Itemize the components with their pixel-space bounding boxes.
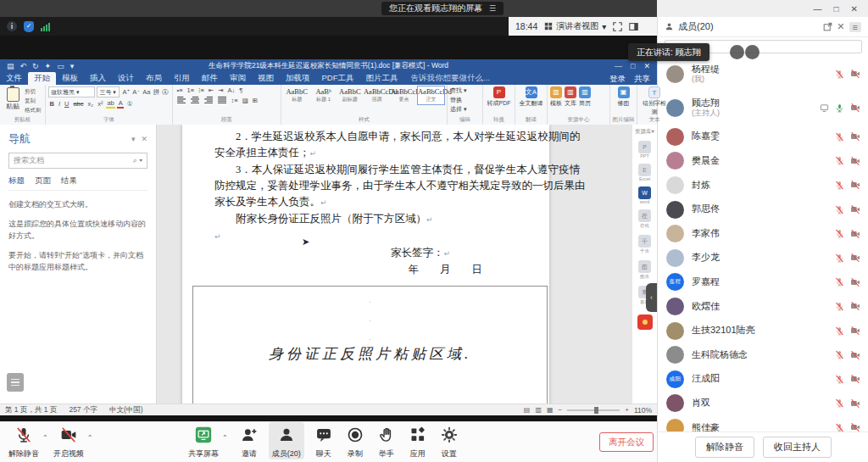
member-status-icons[interactable] <box>835 156 860 166</box>
clipboard-button-剪切[interactable]: 剪切 <box>25 88 42 96</box>
member-row[interactable]: 生技32101陆亮 <box>658 319 868 343</box>
layout-icon[interactable] <box>629 22 638 31</box>
ribbon-tab-邮件[interactable]: 邮件 <box>196 72 224 85</box>
resource-strip-item-Excel[interactable]: EExcel <box>632 164 657 181</box>
fullscreen-icon[interactable] <box>613 22 622 31</box>
member-status-icons[interactable] <box>835 229 860 239</box>
member-row[interactable]: 欧熠佳 <box>658 294 868 319</box>
ribbon-tab-模板[interactable]: 模板 <box>56 72 84 85</box>
style-标题 1[interactable]: AaBᵇ标题 1 <box>310 86 336 104</box>
typo-check-button[interactable]: T 错别字检测 <box>640 86 669 116</box>
resource-button-文库[interactable]: ▥文库 <box>565 86 576 108</box>
language-status[interactable]: 中文(中国) <box>109 405 143 415</box>
member-row[interactable]: 肖双 <box>658 392 868 416</box>
leave-meeting-button[interactable]: 离开会议 <box>599 432 654 452</box>
word-close-button[interactable]: ✕ <box>643 62 650 70</box>
paste-button[interactable]: 粘贴 <box>3 86 23 115</box>
ribbon-tab-加载项[interactable]: 加载项 <box>280 72 316 85</box>
nav-tab-结果[interactable]: 结果 <box>61 175 77 186</box>
font-tool[interactable]: Aa <box>142 88 152 97</box>
font-tool[interactable]: U <box>64 100 70 108</box>
strip-collapse-tab[interactable]: ‹ <box>646 283 657 312</box>
numbering-icon[interactable]: 1≡ <box>186 86 196 94</box>
print-layout-icon[interactable]: ▥ <box>535 406 542 414</box>
shading-icon[interactable]: ▨ <box>241 97 249 104</box>
translate-button[interactable]: 文A 全文翻译 <box>518 86 544 108</box>
word-minimize-button[interactable]: — <box>615 62 622 70</box>
zoom-in-button[interactable]: + <box>625 406 629 414</box>
outdent-icon[interactable]: ⇤ <box>207 86 214 94</box>
line-spacing-icon[interactable]: ↕≡ <box>230 97 239 104</box>
toolbar-item-invite[interactable]: 邀请 <box>237 422 261 459</box>
member-row[interactable]: 成阳汪成阳 <box>658 367 868 392</box>
member-row[interactable]: 熊佳豪 <box>658 415 868 432</box>
member-row[interactable]: 陈嘉雯 <box>658 125 868 149</box>
resource-strip-item-在线[interactable]: 在在线 <box>632 209 657 230</box>
member-status-icons[interactable] <box>835 131 860 142</box>
resource-strip-item-千库[interactable]: 千千库 <box>632 235 657 255</box>
member-row[interactable]: 樊晨金 <box>658 149 868 174</box>
reclaim-host-button[interactable]: 收回主持人 <box>763 437 832 458</box>
editing-button[interactable]: 替换 <box>450 96 480 104</box>
toolbar-item-raise-hand[interactable]: 举手 <box>375 422 398 459</box>
word-maximize-button[interactable]: □ <box>631 62 635 70</box>
close-panel-icon[interactable]: ✕ <box>837 21 844 32</box>
style-强调[interactable]: AaBbCcDd强调 <box>364 86 390 104</box>
style-正文[interactable]: AaBbCcDd正文 <box>418 86 444 104</box>
chevron-up-icon[interactable]: ⌃ <box>87 434 93 459</box>
font-tool[interactable]: x₂ <box>86 100 95 108</box>
member-status-icons[interactable] <box>835 326 860 336</box>
font-tool[interactable]: 拼 <box>152 88 161 97</box>
tellme-box[interactable]: 告诉我你想要做什么... <box>404 72 497 85</box>
font-tool[interactable]: ab <box>106 99 115 109</box>
chevron-up-icon[interactable]: ⌃ <box>222 434 228 459</box>
zoom-slider-thumb[interactable] <box>594 407 598 414</box>
ribbon-tab-插入[interactable]: 插入 <box>84 72 112 85</box>
nav-tab-标题[interactable]: 标题 <box>8 175 25 186</box>
style-标题[interactable]: AaBbC标题 <box>284 86 309 104</box>
resource-strip-item-PPT[interactable]: PPPT <box>632 141 657 159</box>
view-mode-dropdown[interactable]: 演讲者视图 ▾ <box>544 20 606 32</box>
collapse-ribbon-icon[interactable]: ⌃ <box>650 117 655 124</box>
floating-toolbar-handle[interactable] <box>7 373 24 392</box>
ribbon-tab-视图[interactable]: 视图 <box>252 72 280 85</box>
sort-icon[interactable]: A↓ <box>226 86 236 94</box>
resource-strip-header[interactable]: 资源库▾ <box>632 128 657 136</box>
convert-pdf-button[interactable]: P 转成PDF <box>486 86 512 108</box>
justify-icon[interactable] <box>216 96 228 105</box>
member-status-icons[interactable] <box>835 350 860 360</box>
style-要点[interactable]: AaBbCcDc要点 <box>391 86 417 104</box>
zoom-level[interactable]: 110% <box>634 406 652 415</box>
font-tool[interactable]: A <box>117 99 124 109</box>
toolbar-item-chat[interactable]: 聊天 <box>312 422 336 459</box>
toolbar-item-record[interactable]: 录制 <box>343 422 367 459</box>
toolbar-item-apps[interactable]: 应用 <box>406 422 430 459</box>
toolbar-item-mic-muted[interactable]: 解除静音 <box>5 422 42 459</box>
zoom-slider[interactable] <box>567 409 620 411</box>
member-status-icons[interactable] <box>835 398 860 409</box>
editing-button[interactable]: 选择 ▾ <box>450 105 480 114</box>
indent-icon[interactable]: ⇥ <box>217 86 225 94</box>
font-tool[interactable]: B <box>48 100 55 108</box>
toolbar-item-camera-off[interactable]: 开启视频 <box>50 422 87 459</box>
security-shield-icon[interactable]: ✓ <box>24 21 34 32</box>
ribbon-tab-PDF工具[interactable]: PDF工具 <box>316 72 360 85</box>
font-tool[interactable]: Ⓐ <box>161 88 170 97</box>
style-副标题[interactable]: AaBbC副标题 <box>337 86 363 104</box>
pilcrow-icon[interactable]: ¶ <box>238 86 244 94</box>
ribbon-tab-文件[interactable]: 文件 <box>0 72 28 85</box>
banner-menu-icon[interactable]: ☰ <box>489 4 496 13</box>
web-layout-icon[interactable]: ▦ <box>547 406 554 414</box>
member-status-icons[interactable] <box>820 103 860 113</box>
font-tool[interactable]: A⁺ <box>121 88 131 97</box>
font-tool[interactable]: A⁻ <box>131 88 142 97</box>
multilevel-icon[interactable]: ⁝≡ <box>198 86 206 94</box>
clipboard-button-格式刷[interactable]: 格式刷 <box>25 107 42 114</box>
nav-search-input[interactable]: 搜索文档 ⌕ ▾ <box>8 153 147 169</box>
zoom-out-button[interactable]: − <box>559 406 563 414</box>
ribbon-tab-布局[interactable]: 布局 <box>140 72 168 85</box>
align-right-icon[interactable] <box>203 96 214 105</box>
borders-icon[interactable]: ⊞ <box>251 97 259 104</box>
resource-strip-item-word[interactable]: Wword <box>632 186 657 204</box>
member-row[interactable]: 郭思佟 <box>658 198 868 222</box>
